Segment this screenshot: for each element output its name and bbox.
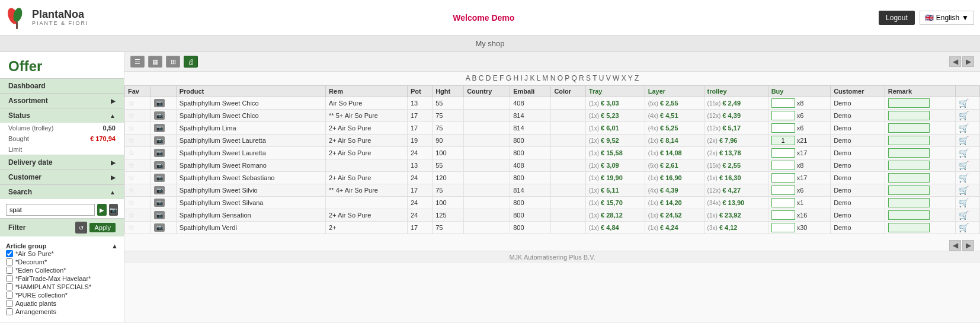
dashboard-header[interactable]: Dashboard — [0, 79, 124, 93]
product-rem: 2+ Air So Pure — [326, 135, 408, 147]
bottom-next-page-button[interactable]: ▶ — [962, 240, 974, 251]
filter-checkbox-0[interactable] — [6, 250, 13, 257]
product-embali: 814 — [510, 110, 551, 122]
buy-label: x8 — [797, 162, 804, 169]
add-to-cart-icon[interactable]: 🛒 — [959, 148, 969, 158]
list-view-icon[interactable]: ☰ — [130, 56, 145, 68]
remark-input[interactable] — [888, 98, 930, 108]
product-image-icon[interactable]: 📷 — [154, 223, 165, 232]
buy-quantity-input[interactable] — [771, 136, 795, 145]
favorite-star-icon[interactable]: ☆ — [128, 99, 134, 107]
product-image-icon[interactable]: 📷 — [154, 186, 165, 194]
favorite-star-icon[interactable]: ☆ — [128, 149, 134, 157]
favorite-star-icon[interactable]: ☆ — [128, 199, 134, 207]
product-remark — [885, 122, 955, 135]
product-image-icon[interactable]: 📷 — [154, 111, 165, 120]
add-to-cart-icon[interactable]: 🛒 — [959, 173, 969, 183]
add-to-cart-icon[interactable]: 🛒 — [959, 198, 969, 207]
favorite-star-icon[interactable]: ☆ — [128, 111, 134, 120]
remark-input[interactable] — [888, 173, 930, 183]
grid-view-icon[interactable]: ▦ — [148, 56, 162, 68]
filter-checkbox-1[interactable] — [6, 258, 13, 266]
product-image-icon[interactable]: 📷 — [154, 99, 165, 107]
add-to-cart-icon[interactable]: 🛒 — [959, 136, 969, 145]
filter-apply-button[interactable]: Apply — [89, 223, 116, 232]
buy-quantity-input[interactable] — [771, 148, 795, 158]
product-image-icon[interactable]: 📷 — [154, 149, 165, 157]
filter-header[interactable]: Filter ↺ Apply — [0, 219, 124, 236]
favorite-star-icon[interactable]: ☆ — [128, 174, 134, 182]
alphabet-letters[interactable]: A B C D E F G H I J K L M N O P Q R S T … — [466, 74, 639, 82]
buy-quantity-input[interactable] — [771, 223, 795, 232]
bottom-prev-page-button[interactable]: ◀ — [949, 240, 961, 251]
filter-checkbox-5[interactable] — [6, 292, 13, 299]
remark-input[interactable] — [888, 161, 930, 170]
assortment-header[interactable]: Assortment ▶ — [0, 94, 124, 108]
add-to-cart-icon[interactable]: 🛒 — [959, 210, 969, 220]
buy-quantity-input[interactable] — [771, 161, 795, 170]
buy-quantity-input[interactable] — [771, 186, 795, 195]
product-image-icon[interactable]: 📷 — [154, 174, 165, 182]
remark-input[interactable] — [888, 123, 930, 133]
customer-header[interactable]: Customer ▶ — [0, 170, 124, 184]
remark-input[interactable] — [888, 136, 930, 145]
product-country — [464, 184, 510, 197]
favorite-star-icon[interactable]: ☆ — [128, 223, 134, 232]
prev-page-button[interactable]: ◀ — [949, 56, 961, 67]
table-view-icon[interactable]: ⊞ — [166, 56, 180, 68]
buy-quantity-input[interactable] — [771, 210, 795, 220]
filter-checkbox-4[interactable] — [6, 283, 13, 290]
remark-input[interactable] — [888, 210, 930, 220]
add-to-cart-icon[interactable]: 🛒 — [959, 98, 969, 108]
add-to-cart-icon[interactable]: 🛒 — [959, 111, 969, 120]
trolley-price-value: € 2,55 — [722, 162, 741, 169]
remark-input[interactable] — [888, 198, 930, 207]
filter-checkbox-3[interactable] — [6, 275, 13, 282]
delivery-header[interactable]: Delivery date ▶ — [0, 155, 124, 170]
remark-input[interactable] — [888, 111, 930, 120]
remark-input[interactable] — [888, 148, 930, 158]
print-icon[interactable]: 🖨 — [184, 56, 198, 68]
language-button[interactable]: 🇬🇧 English ▼ — [920, 11, 974, 25]
buy-quantity-input[interactable] — [771, 198, 795, 207]
search-camera-button[interactable]: 📷 — [109, 204, 119, 216]
status-header[interactable]: Status ▲ — [0, 108, 124, 123]
trolley-multiplier: (12x) — [707, 113, 721, 119]
product-trolley-price: (3x) € 4,12 — [704, 222, 768, 234]
logout-button[interactable]: Logout — [879, 11, 915, 25]
add-to-cart-icon[interactable]: 🛒 — [959, 123, 969, 133]
buy-quantity-input[interactable] — [771, 98, 795, 108]
favorite-star-icon[interactable]: ☆ — [128, 161, 134, 170]
search-submit-button[interactable]: ▶ — [97, 204, 107, 216]
favorite-star-icon[interactable]: ☆ — [128, 124, 134, 132]
search-header[interactable]: Search ▲ — [0, 185, 124, 199]
product-image-icon[interactable]: 📷 — [154, 161, 165, 170]
product-image-icon[interactable]: 📷 — [154, 199, 165, 207]
product-image-icon[interactable]: 📷 — [154, 136, 165, 145]
product-image-icon[interactable]: 📷 — [154, 124, 165, 132]
next-page-button[interactable]: ▶ — [962, 56, 974, 67]
remark-input[interactable] — [888, 186, 930, 195]
product-name: Spathiphyllum Sweet Sebastiano — [176, 172, 325, 184]
product-image-icon[interactable]: 📷 — [154, 211, 165, 219]
add-to-cart-icon[interactable]: 🛒 — [959, 161, 969, 170]
buy-quantity-input[interactable] — [771, 173, 795, 183]
filter-checkbox-6[interactable] — [6, 300, 13, 307]
product-height: 100 — [433, 197, 464, 209]
buy-quantity-input[interactable] — [771, 111, 795, 120]
logo-subtitle: PIANTE & FIORI — [32, 20, 89, 26]
add-to-cart-icon[interactable]: 🛒 — [959, 186, 969, 195]
filter-checkbox-2[interactable] — [6, 267, 13, 274]
remark-input[interactable] — [888, 223, 930, 232]
add-to-cart-icon[interactable]: 🛒 — [959, 223, 969, 232]
favorite-star-icon[interactable]: ☆ — [128, 186, 134, 194]
product-tray-price: (1x) € 15,70 — [585, 197, 645, 209]
filter-reset-button[interactable]: ↺ — [75, 222, 87, 234]
table-row: ☆📷Spathiphyllum Sensation2+ Air So Pure2… — [125, 209, 980, 222]
filter-checkbox-7[interactable] — [6, 308, 13, 315]
product-trolley-price: (15x) € 2,55 — [704, 159, 768, 172]
favorite-star-icon[interactable]: ☆ — [128, 211, 134, 219]
favorite-star-icon[interactable]: ☆ — [128, 136, 134, 145]
buy-quantity-input[interactable] — [771, 123, 795, 133]
search-input[interactable] — [6, 204, 95, 216]
